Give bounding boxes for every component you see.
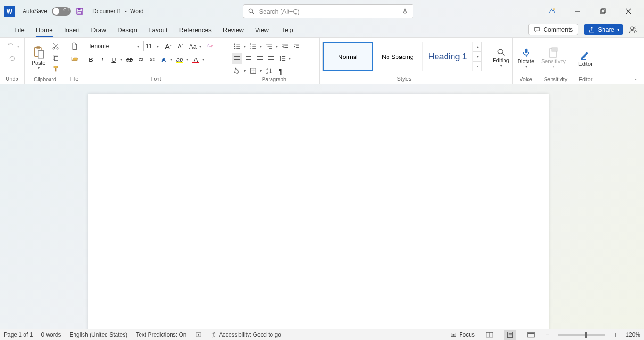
account-icon[interactable] bbox=[629, 25, 637, 34]
borders-button[interactable]: ▾ bbox=[248, 66, 263, 76]
bold-button[interactable]: B bbox=[86, 54, 96, 65]
multilevel-list-button[interactable]: ▾ bbox=[264, 41, 279, 51]
tab-help[interactable]: Help bbox=[274, 24, 299, 37]
minimize-icon[interactable] bbox=[571, 5, 584, 17]
tab-design[interactable]: Design bbox=[112, 24, 143, 37]
document-page[interactable] bbox=[88, 94, 549, 329]
clear-formatting-icon[interactable]: A bbox=[205, 41, 215, 51]
ribbon-display-icon[interactable] bbox=[546, 5, 558, 17]
justify-icon[interactable] bbox=[266, 53, 276, 64]
svg-point-76 bbox=[198, 334, 199, 336]
tab-view[interactable]: View bbox=[249, 24, 274, 37]
paste-button[interactable]: Paste ▾ bbox=[27, 39, 50, 76]
highlight-button[interactable]: ab ▾ bbox=[174, 54, 190, 65]
save-icon[interactable] bbox=[75, 7, 84, 16]
shrink-font-icon[interactable]: A˅ bbox=[175, 41, 186, 51]
svg-point-68 bbox=[498, 49, 503, 54]
editing-button[interactable]: Editing ▾ bbox=[492, 39, 510, 76]
redo-icon[interactable] bbox=[7, 53, 18, 64]
tab-insert[interactable]: Insert bbox=[58, 24, 86, 37]
dictate-button[interactable]: Dictate ▾ bbox=[516, 39, 536, 76]
tab-layout[interactable]: Layout bbox=[143, 24, 173, 37]
group-label-sensitivity: Sensitivity bbox=[542, 76, 569, 83]
group-label-paragraph: Paragraph bbox=[232, 76, 316, 83]
chevron-down-icon: ▾ bbox=[157, 44, 159, 49]
decrease-indent-icon[interactable] bbox=[280, 41, 290, 51]
ribbon-group-file: File bbox=[66, 38, 83, 84]
styles-up-icon[interactable]: ▴ bbox=[473, 42, 481, 52]
line-spacing-button[interactable]: ▾ bbox=[277, 53, 292, 64]
styles-more-icon[interactable]: ▾ bbox=[473, 62, 481, 71]
style-heading-1[interactable]: Heading 1 bbox=[423, 42, 473, 71]
tab-references[interactable]: References bbox=[173, 24, 217, 37]
font-name-combobox[interactable]: Tenorite▾ bbox=[86, 41, 141, 51]
align-right-icon[interactable] bbox=[255, 53, 265, 64]
underline-button[interactable]: U▾ bbox=[108, 54, 124, 65]
superscript-button[interactable]: x2 bbox=[147, 54, 157, 65]
cut-icon[interactable] bbox=[50, 41, 61, 51]
tab-file[interactable]: File bbox=[8, 24, 30, 37]
copy-icon[interactable] bbox=[50, 52, 61, 63]
chevron-down-icon: ▾ bbox=[201, 58, 206, 62]
tab-home[interactable]: Home bbox=[30, 24, 58, 37]
open-file-icon[interactable] bbox=[69, 53, 80, 64]
italic-button[interactable]: I bbox=[97, 54, 107, 65]
shading-button[interactable]: ▾ bbox=[232, 66, 247, 76]
ribbon-group-paragraph: ▾ 123▾ ▾ ▾ ▾ ▾ AZ ¶ Paragraph bbox=[229, 38, 320, 84]
word-count[interactable]: 0 words bbox=[41, 332, 61, 338]
svg-rect-1 bbox=[78, 8, 80, 10]
zoom-percent[interactable]: 120% bbox=[626, 332, 640, 338]
grow-font-icon[interactable]: A˄ bbox=[163, 41, 173, 51]
read-mode-icon[interactable] bbox=[483, 330, 495, 340]
zoom-out-icon[interactable]: − bbox=[545, 331, 549, 339]
comments-button[interactable]: Comments bbox=[528, 24, 578, 35]
align-center-icon[interactable] bbox=[243, 53, 254, 64]
chevron-down-icon: ▾ bbox=[137, 44, 139, 49]
bullets-button[interactable]: ▾ bbox=[232, 41, 247, 51]
window-controls bbox=[546, 5, 640, 17]
close-icon[interactable] bbox=[622, 5, 635, 17]
language-indicator[interactable]: English (United States) bbox=[69, 332, 127, 338]
autosave-toggle[interactable]: Off bbox=[52, 7, 71, 16]
increase-indent-icon[interactable] bbox=[291, 41, 302, 51]
zoom-slider[interactable] bbox=[558, 334, 605, 336]
subscript-button[interactable]: x2 bbox=[136, 54, 146, 65]
numbering-button[interactable]: 123▾ bbox=[248, 41, 263, 51]
zoom-in-icon[interactable]: + bbox=[613, 331, 617, 339]
shading-icon bbox=[232, 66, 242, 76]
print-layout-icon[interactable] bbox=[504, 330, 516, 340]
tab-review[interactable]: Review bbox=[217, 24, 249, 37]
collapse-ribbon-icon[interactable]: ⌄ bbox=[634, 76, 637, 81]
focus-mode-button[interactable]: Focus bbox=[450, 332, 475, 338]
font-size-combobox[interactable]: 11▾ bbox=[143, 41, 161, 51]
new-file-icon[interactable] bbox=[69, 41, 80, 51]
styles-scroll: ▴ ▾ ▾ bbox=[473, 42, 481, 71]
document-title[interactable]: Document1 - Word bbox=[92, 8, 144, 15]
tab-draw[interactable]: Draw bbox=[86, 24, 112, 37]
accessibility-status[interactable]: Accessibility: Good to go bbox=[210, 332, 281, 338]
change-case-button[interactable]: Aa▾ bbox=[188, 41, 203, 51]
page-indicator[interactable]: Page 1 of 1 bbox=[4, 332, 33, 338]
font-color-button[interactable]: A ▾ bbox=[190, 54, 206, 65]
show-marks-icon[interactable]: ¶ bbox=[275, 66, 286, 76]
search-box[interactable]: Search (Alt+Q) bbox=[243, 4, 413, 18]
svg-point-7 bbox=[553, 8, 555, 10]
microphone-icon[interactable] bbox=[402, 8, 408, 15]
text-effects-button[interactable]: A ▾ bbox=[158, 54, 173, 65]
word-app-icon[interactable]: W bbox=[4, 6, 15, 17]
format-painter-icon[interactable] bbox=[50, 64, 61, 74]
web-layout-icon[interactable] bbox=[525, 330, 537, 340]
align-left-icon[interactable] bbox=[232, 53, 242, 64]
styles-down-icon[interactable]: ▾ bbox=[473, 52, 481, 61]
text-predictions[interactable]: Text Predictions: On bbox=[136, 332, 186, 338]
style-no-spacing[interactable]: No Spacing bbox=[373, 42, 423, 71]
macro-icon[interactable] bbox=[195, 332, 202, 338]
style-normal[interactable]: Normal bbox=[323, 42, 373, 71]
sort-icon[interactable]: AZ bbox=[264, 66, 274, 76]
restore-icon[interactable] bbox=[597, 5, 609, 17]
share-button[interactable]: Share ▾ bbox=[584, 24, 623, 35]
strikethrough-button[interactable]: ab bbox=[124, 54, 135, 65]
chevron-down-icon: ▾ bbox=[17, 44, 19, 49]
editor-button[interactable]: Editor bbox=[575, 39, 596, 76]
undo-split[interactable]: ▾ bbox=[5, 41, 19, 51]
